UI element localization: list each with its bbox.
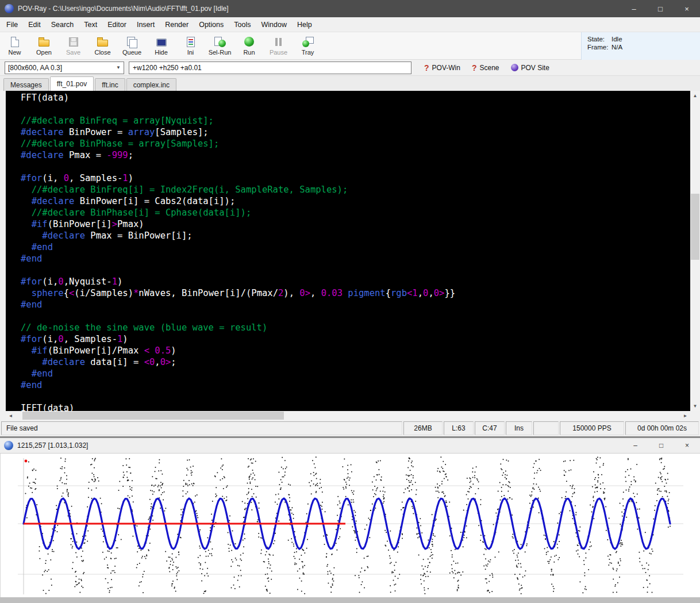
save-floppy-icon xyxy=(67,36,80,48)
new-button-label: New xyxy=(8,49,21,56)
vertical-scroll-track[interactable] xyxy=(690,101,700,401)
render-window-frame xyxy=(0,597,700,603)
help-pov-win-link[interactable]: ? POV-Win xyxy=(424,63,460,72)
maximize-button[interactable]: □ xyxy=(647,0,674,17)
status-empty xyxy=(533,421,559,435)
close-file-button-label: Close xyxy=(94,49,110,56)
pov-site-icon xyxy=(511,64,518,71)
close-button[interactable]: × xyxy=(674,0,700,17)
status-memory: 26MB xyxy=(403,421,443,435)
render-close-button[interactable]: × xyxy=(674,438,700,453)
open-button-label: Open xyxy=(36,49,52,56)
close-file-button[interactable]: Close xyxy=(88,32,117,59)
ini-button[interactable]: Ini xyxy=(176,32,205,59)
tab-complex-inc[interactable]: complex.inc xyxy=(126,78,176,91)
sel-run-button[interactable]: Sel-Run xyxy=(205,32,234,59)
menu-options[interactable]: Options xyxy=(194,17,229,32)
command-line-input[interactable] xyxy=(129,62,411,74)
menu-editor[interactable]: Editor xyxy=(102,17,132,32)
minimize-button[interactable]: – xyxy=(621,0,647,17)
code-editor: FFT(data) //#declare BinFreq = array[Nyq… xyxy=(0,91,700,411)
povray-main-window: POV-Ray - C:\Users\ingo\Documents\Nim\Au… xyxy=(0,0,700,436)
selected-run-icon xyxy=(214,36,226,48)
render-window-title: 1215,257 [1.013,1.032] xyxy=(17,441,88,450)
status-insert-mode: Ins xyxy=(506,421,532,435)
new-document-icon xyxy=(9,36,21,48)
render-minimize-button[interactable]: – xyxy=(622,438,648,453)
save-button-label: Save xyxy=(66,49,80,56)
help-scene-link[interactable]: ? Scene xyxy=(472,63,499,72)
menu-file[interactable]: File xyxy=(1,17,23,32)
menu-window[interactable]: Window xyxy=(256,17,291,32)
help-scene-label: Scene xyxy=(479,64,499,72)
run-sphere-icon xyxy=(243,36,256,48)
ini-button-label: Ini xyxy=(187,49,194,56)
help-question-icon: ? xyxy=(424,63,429,72)
tray-button-label: Tray xyxy=(302,49,314,56)
povray-app-icon xyxy=(5,4,14,13)
scroll-left-icon[interactable]: ◄ xyxy=(6,411,16,421)
vertical-scrollbar[interactable]: ▲ ▼ xyxy=(690,91,700,411)
titlebar: POV-Ray - C:\Users\ingo\Documents\Nim\Au… xyxy=(0,0,700,17)
queue-button[interactable]: Queue xyxy=(117,32,147,59)
open-folder-icon xyxy=(38,36,51,48)
pov-site-label: POV Site xyxy=(521,64,549,72)
run-button[interactable]: Run xyxy=(234,32,264,59)
tab-fft01-pov[interactable]: fft_01.pov xyxy=(50,76,94,91)
status-elapsed-time: 0d 00h 00m 02s xyxy=(625,421,699,435)
help-question-icon: ? xyxy=(472,63,477,72)
menu-render[interactable]: Render xyxy=(160,17,194,32)
menu-insert[interactable]: Insert xyxy=(132,17,160,32)
statusbar: File saved 26MB L:63 C:47 Ins 150000 PPS… xyxy=(0,420,700,436)
render-preview-window: 1215,257 [1.013,1.032] – □ × xyxy=(0,438,700,603)
render-window-icon xyxy=(4,441,13,450)
run-button-label: Run xyxy=(243,49,255,56)
window-title: POV-Ray - C:\Users\ingo\Documents\Nim\Au… xyxy=(18,5,621,13)
open-button[interactable]: Open xyxy=(29,32,59,59)
pause-button-label: Pause xyxy=(270,49,287,56)
render-canvas-svg xyxy=(1,454,690,597)
hide-button-label: Hide xyxy=(155,49,168,56)
tray-button[interactable]: Tray xyxy=(293,32,322,59)
resolution-preset-dropdown[interactable]: [800x600, AA 0.3] ▼ xyxy=(5,62,124,74)
pause-button: Pause xyxy=(264,32,293,59)
save-button: Save xyxy=(59,32,88,59)
scroll-up-icon[interactable]: ▲ xyxy=(690,91,700,101)
code-editor-surface[interactable]: FFT(data) //#declare BinFreq = array[Nyq… xyxy=(6,91,690,411)
command-bar: [800x600, AA 0.3] ▼ ? POV-Win ? Scene PO… xyxy=(0,60,700,76)
ini-file-icon xyxy=(184,36,197,48)
queue-button-label: Queue xyxy=(122,49,141,56)
hide-button[interactable]: Hide xyxy=(147,32,176,59)
menu-search[interactable]: Search xyxy=(46,17,79,32)
tab-fft-inc[interactable]: fft.inc xyxy=(95,78,125,91)
render-maximize-button[interactable]: □ xyxy=(648,438,674,453)
scroll-down-icon[interactable]: ▼ xyxy=(690,401,700,411)
vertical-scroll-thumb[interactable] xyxy=(691,194,699,260)
status-line: L:63 xyxy=(444,421,474,435)
menu-tools[interactable]: Tools xyxy=(229,17,256,32)
pause-icon xyxy=(272,36,285,48)
hide-window-icon xyxy=(155,36,168,48)
help-pov-win-label: POV-Win xyxy=(432,64,460,72)
toolbar: New Open Save Close Queue Hide Ini Sel- xyxy=(0,32,700,60)
render-window-titlebar: 1215,257 [1.013,1.032] – □ × xyxy=(0,438,700,454)
scroll-right-icon[interactable]: ► xyxy=(680,411,690,421)
state-value: Idle xyxy=(611,35,622,43)
menu-edit[interactable]: Edit xyxy=(23,17,46,32)
horizontal-scrollbar[interactable]: ◄ ► xyxy=(6,411,690,420)
queue-icon xyxy=(126,36,139,48)
new-button[interactable]: New xyxy=(0,32,29,59)
editor-tabbar: Messages fft_01.pov fft.inc complex.inc xyxy=(0,76,700,91)
menu-help[interactable]: Help xyxy=(292,17,317,32)
tray-icon xyxy=(302,36,314,48)
horizontal-scroll-track[interactable] xyxy=(16,411,680,420)
horizontal-scroll-thumb[interactable] xyxy=(22,412,284,420)
sel-run-button-label: Sel-Run xyxy=(209,49,232,56)
state-label: State: xyxy=(587,35,611,43)
tab-messages[interactable]: Messages xyxy=(3,78,49,91)
render-output-canvas xyxy=(0,454,700,597)
menubar: File Edit Search Text Editor Insert Rend… xyxy=(0,17,700,32)
menu-text[interactable]: Text xyxy=(79,17,102,32)
pov-site-link[interactable]: POV Site xyxy=(511,64,549,72)
status-message: File saved xyxy=(1,421,402,435)
